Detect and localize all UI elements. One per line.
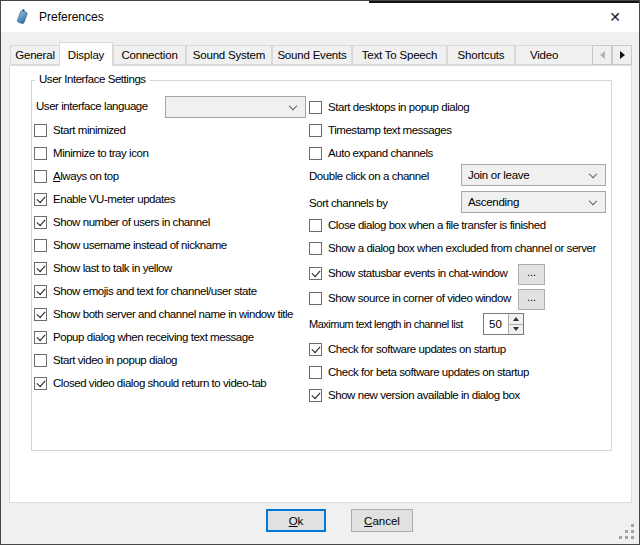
title-bar[interactable]: Preferences ✕: [1, 1, 639, 32]
tab-text-to-speech[interactable]: Text To Speech: [352, 45, 447, 65]
checkbox-row-excluded-dialog[interactable]: Show a dialog box when excluded from cha…: [309, 240, 596, 256]
checkbox[interactable]: [309, 292, 322, 305]
checkbox[interactable]: [34, 147, 47, 160]
checkbox[interactable]: [34, 377, 47, 390]
double-click-combobox[interactable]: Join or leave: [461, 164, 606, 186]
checkbox-row-start-minimized[interactable]: Start minimized: [34, 122, 126, 138]
checkbox-row-popup-text-message[interactable]: Popup dialog when receiving text message: [34, 329, 254, 345]
checkbox-row-check-beta-updates[interactable]: Check for beta software updates on start…: [309, 364, 529, 380]
checkbox[interactable]: [34, 170, 47, 183]
checkbox-label[interactable]: Start minimized: [53, 124, 126, 136]
checkbox-label[interactable]: Show username instead of nickname: [53, 239, 227, 251]
language-label: User interface language: [36, 100, 148, 112]
checkbox-label[interactable]: Auto expand channels: [328, 147, 433, 159]
checkbox[interactable]: [34, 308, 47, 321]
window-title: Preferences: [39, 10, 104, 24]
checkbox-row-always-on-top[interactable]: Always on top: [34, 168, 119, 184]
checkbox-label[interactable]: Minimize to tray icon: [53, 147, 148, 159]
tab-video[interactable]: Video: [515, 45, 593, 65]
cancel-button[interactable]: Cancel: [351, 509, 413, 532]
checkbox-row-desktops-popup[interactable]: Start desktops in popup dialog: [309, 99, 469, 115]
tab-general[interactable]: General: [10, 45, 60, 65]
checkbox-row-new-version-dialog[interactable]: Show new version available in dialog box: [309, 387, 520, 403]
checkbox-row-closed-video-return[interactable]: Closed video dialog should return to vid…: [34, 375, 266, 391]
group-title: User Interface Settings: [35, 73, 150, 85]
checkbox[interactable]: [34, 262, 47, 275]
checkbox-label[interactable]: Start desktops in popup dialog: [328, 101, 469, 113]
language-combobox[interactable]: [165, 96, 306, 118]
max-text-length-label: Maximum text length in channel list: [309, 318, 463, 330]
checkbox[interactable]: [34, 193, 47, 206]
tab-connection[interactable]: Connection: [113, 45, 186, 65]
checkbox-row-server-channel-title[interactable]: Show both server and channel name in win…: [34, 306, 293, 322]
tab-scroll-right-button[interactable]: [612, 45, 632, 65]
checkbox-label[interactable]: Show statusbar events in chat-window: [328, 267, 507, 279]
video-source-more-button[interactable]: ...: [518, 289, 545, 310]
checkbox-label[interactable]: Popup dialog when receiving text message: [53, 331, 254, 343]
checkbox-label[interactable]: Always on top: [53, 170, 119, 182]
checkbox-label[interactable]: Show emojis and text for channel/user st…: [53, 285, 257, 297]
close-icon: ✕: [609, 9, 621, 25]
preferences-dialog: Preferences ✕ General Display Connection…: [0, 0, 640, 545]
double-click-value: Join or leave: [468, 169, 529, 181]
checkbox-label[interactable]: Show both server and channel name in win…: [53, 308, 293, 320]
checkbox-label[interactable]: Show last to talk in yellow: [53, 262, 172, 274]
spinner-down-button[interactable]: [509, 325, 523, 335]
checkbox[interactable]: [309, 124, 322, 137]
checkbox-row-statusbar-events[interactable]: Show statusbar events in chat-window: [309, 265, 507, 281]
spinner-value[interactable]: 50: [484, 314, 508, 334]
checkbox-row-last-to-talk[interactable]: Show last to talk in yellow: [34, 260, 172, 276]
checkbox-row-video-popup[interactable]: Start video in popup dialog: [34, 352, 177, 368]
close-button[interactable]: ✕: [599, 5, 631, 28]
checkbox-row-minimize-to-tray[interactable]: Minimize to tray icon: [34, 145, 148, 161]
checkbox[interactable]: [309, 147, 322, 160]
checkbox[interactable]: [309, 389, 322, 402]
ok-button[interactable]: Ok: [266, 509, 326, 532]
checkbox-label[interactable]: Check for beta software updates on start…: [328, 366, 529, 378]
checkbox-label[interactable]: Check for software updates on startup: [328, 343, 506, 355]
tab-display[interactable]: Display: [59, 42, 113, 66]
checkbox[interactable]: [309, 366, 322, 379]
max-text-length-spinner[interactable]: 50: [483, 313, 524, 335]
app-icon: [14, 8, 31, 25]
checkbox-row-check-updates[interactable]: Check for software updates on startup: [309, 341, 506, 357]
checkbox-row-show-user-count[interactable]: Show number of users in channel: [34, 214, 210, 230]
checkbox-label[interactable]: Closed video dialog should return to vid…: [53, 377, 266, 389]
tab-shortcuts[interactable]: Shortcuts: [447, 45, 515, 65]
checkbox-row-video-source-corner[interactable]: Show source in corner of video window: [309, 290, 511, 306]
checkbox[interactable]: [309, 242, 322, 255]
checkbox-label[interactable]: Close dialog box when a file transfer is…: [328, 219, 546, 231]
checkbox[interactable]: [309, 101, 322, 114]
tab-sound-events[interactable]: Sound Events: [272, 45, 352, 65]
checkbox[interactable]: [34, 285, 47, 298]
checkbox-label[interactable]: Show a dialog box when excluded from cha…: [328, 242, 596, 254]
sort-channels-combobox[interactable]: Ascending: [461, 191, 606, 213]
double-click-label: Double click on a channel: [309, 170, 429, 182]
statusbar-events-more-button[interactable]: ...: [518, 264, 545, 285]
checkbox[interactable]: [34, 331, 47, 344]
checkbox[interactable]: [34, 354, 47, 367]
checkbox-label[interactable]: Show source in corner of video window: [328, 292, 511, 304]
checkbox-row-vu-meter[interactable]: Enable VU-meter updates: [34, 191, 175, 207]
checkbox-label[interactable]: Timestamp text messages: [328, 124, 451, 136]
checkbox-row-timestamp[interactable]: Timestamp text messages: [309, 122, 451, 138]
checkbox-row-username-instead-nickname[interactable]: Show username instead of nickname: [34, 237, 227, 253]
tab-scroll-left-button[interactable]: [592, 45, 612, 65]
checkbox-row-close-on-transfer[interactable]: Close dialog box when a file transfer is…: [309, 217, 546, 233]
checkbox[interactable]: [309, 343, 322, 356]
spinner-up-button[interactable]: [509, 314, 523, 325]
checkbox[interactable]: [309, 219, 322, 232]
checkbox-row-emojis[interactable]: Show emojis and text for channel/user st…: [34, 283, 257, 299]
checkbox[interactable]: [309, 267, 322, 280]
checkbox-label[interactable]: Start video in popup dialog: [53, 354, 177, 366]
checkbox[interactable]: [34, 216, 47, 229]
resize-grip[interactable]: [619, 524, 636, 541]
checkbox-label[interactable]: Show new version available in dialog box: [328, 389, 520, 401]
tab-sound-system[interactable]: Sound System: [186, 45, 272, 65]
checkbox[interactable]: [34, 124, 47, 137]
checkbox[interactable]: [34, 239, 47, 252]
chevron-down-icon: [289, 102, 297, 110]
checkbox-label[interactable]: Enable VU-meter updates: [53, 193, 175, 205]
checkbox-label[interactable]: Show number of users in channel: [53, 216, 210, 228]
checkbox-row-auto-expand[interactable]: Auto expand channels: [309, 145, 433, 161]
